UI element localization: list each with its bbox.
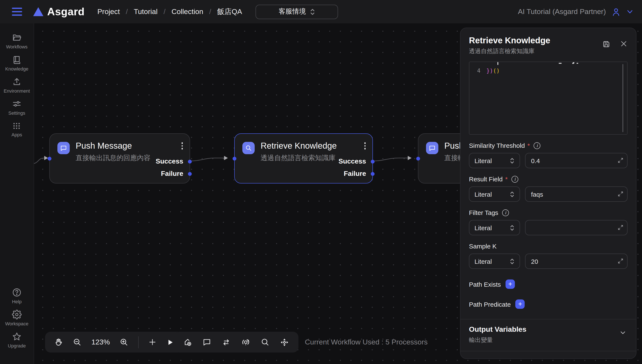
- add-path-predicate-button[interactable]: +: [515, 300, 525, 309]
- mode-select-value: Literal: [474, 224, 492, 231]
- required-asterisk: *: [505, 176, 508, 183]
- mode-select[interactable]: Literal: [469, 254, 520, 269]
- output-label-failure: Failure: [344, 170, 366, 178]
- node-push-message[interactable]: Push Message 直接輸出訊息的回應內容 Success Failure: [49, 133, 190, 184]
- filter-tags-input[interactable]: [525, 220, 627, 235]
- info-icon[interactable]: i: [511, 176, 518, 182]
- breadcrumb-separator: /: [163, 8, 165, 16]
- sample-k-input[interactable]: [525, 254, 627, 269]
- search-icon: [242, 142, 255, 154]
- zoom-level: 123%: [91, 338, 110, 346]
- output-port-success[interactable]: [371, 160, 375, 163]
- search-icon[interactable]: [261, 338, 269, 346]
- comment-bubble-icon[interactable]: [202, 338, 211, 346]
- chat-bubble-icon: [426, 142, 438, 154]
- expand-icon[interactable]: [617, 258, 624, 264]
- help-icon: [12, 288, 22, 297]
- node-subtitle: 透過自然語言檢索知識庫: [261, 154, 337, 163]
- workflow-usage-status: Current Workflow Used : 5 Processors: [305, 338, 428, 346]
- mode-select-value: Literal: [474, 157, 492, 164]
- mode-select[interactable]: Literal: [469, 186, 520, 202]
- zoom-out-icon[interactable]: [73, 338, 82, 346]
- breadcrumb-separator: /: [209, 8, 211, 16]
- edge-push-to-retrieve: [190, 158, 224, 161]
- chevron-down-icon[interactable]: [626, 8, 633, 15]
- sidebar-item-environment[interactable]: Environment: [4, 77, 30, 94]
- add-icon[interactable]: [149, 338, 157, 346]
- code-line-4: 4 })(): [469, 67, 627, 75]
- left-sidebar: Workflows Knowledge Environment Settings: [0, 23, 34, 364]
- star-icon: [12, 332, 22, 342]
- field-label: Result Field: [469, 176, 503, 183]
- fit-view-move-icon[interactable]: [280, 338, 289, 347]
- run-play-icon[interactable]: [166, 338, 174, 346]
- mode-select[interactable]: Literal: [469, 220, 520, 235]
- sidebar-item-workflows[interactable]: Workflows: [6, 33, 28, 49]
- edge-into-push-message: [34, 158, 44, 164]
- sidebar-item-upgrade[interactable]: Upgrade: [8, 332, 26, 348]
- toolbar-divider: [138, 336, 139, 348]
- output-variables-section[interactable]: Output Variables 輸出變量: [469, 320, 627, 345]
- swap-arrows-icon[interactable]: [221, 338, 231, 347]
- node-menu-kebab-icon[interactable]: [181, 142, 183, 149]
- zoom-in-icon[interactable]: [120, 338, 129, 346]
- triangle-logo-icon: [33, 7, 43, 16]
- node-header: Push Message 直接輸出訊息的回應內容: [57, 141, 151, 163]
- field-result-field: Result Field * i Literal: [469, 176, 627, 202]
- close-icon[interactable]: [620, 40, 627, 48]
- expand-icon[interactable]: [617, 224, 624, 231]
- upload-icon: [12, 77, 22, 87]
- expand-icon[interactable]: [617, 191, 624, 197]
- input-port[interactable]: [416, 156, 420, 160]
- node-menu-kebab-icon[interactable]: [364, 142, 366, 149]
- pan-hand-icon[interactable]: [54, 338, 63, 346]
- result-field-input[interactable]: [525, 186, 627, 202]
- sidebar-item-help[interactable]: Help: [12, 288, 22, 304]
- input-port[interactable]: [48, 156, 52, 160]
- info-icon[interactable]: i: [534, 142, 541, 149]
- expand-icon[interactable]: [617, 157, 624, 164]
- zoom-toolbar: 123%: [45, 332, 183, 352]
- node-retrieve-knowledge[interactable]: Retrieve Knowledge 透過自然語言檢索知識庫 Success F…: [234, 133, 373, 184]
- user-icon[interactable]: [611, 6, 621, 17]
- output-port-success[interactable]: [188, 160, 192, 163]
- code-editor[interactable]: 4 })(): [469, 62, 627, 135]
- code-scrollbar[interactable]: [622, 64, 623, 132]
- sidebar-label: Help: [12, 299, 22, 304]
- breadcrumb-project[interactable]: Project: [97, 8, 120, 16]
- sidebar-item-knowledge[interactable]: Knowledge: [5, 55, 29, 71]
- output-label-success: Success: [339, 158, 366, 165]
- info-icon[interactable]: i: [502, 209, 509, 216]
- output-port-failure[interactable]: [188, 172, 192, 176]
- breadcrumb-current: 飯店QA: [217, 7, 242, 16]
- brand-name: Asgard: [47, 6, 85, 18]
- breadcrumb-collection[interactable]: Collection: [172, 8, 203, 16]
- idea-refresh-icon[interactable]: [241, 338, 250, 347]
- app-root: Asgard Project / Tutorial / Collection /…: [0, 0, 642, 364]
- sidebar-item-settings[interactable]: Settings: [8, 99, 25, 116]
- save-icon[interactable]: [602, 40, 610, 48]
- sidebar-label: Settings: [8, 110, 25, 116]
- account-area[interactable]: AI Tutorial (Asgard Partner): [518, 6, 633, 17]
- chevron-down-icon[interactable]: [619, 329, 627, 336]
- panel-subtitle: 透過自然語言檢索知識庫: [469, 48, 627, 55]
- output-port-failure[interactable]: [371, 172, 375, 176]
- breadcrumb-tutorial[interactable]: Tutorial: [134, 8, 158, 16]
- field-sample-k: Sample K Literal: [469, 242, 627, 269]
- select-updown-icon: [310, 8, 315, 15]
- top-header: Asgard Project / Tutorial / Collection /…: [0, 0, 642, 23]
- edge-retrieve-to-push2: [373, 158, 408, 161]
- sidebar-item-workspace[interactable]: Workspace: [5, 310, 29, 326]
- edge-arrowhead-icon: [224, 156, 228, 160]
- account-label: AI Tutorial (Asgard Partner): [518, 8, 606, 16]
- environment-select[interactable]: 客服情境: [256, 4, 338, 19]
- sidebar-item-apps[interactable]: Apps: [12, 121, 22, 137]
- mode-select[interactable]: Literal: [469, 153, 520, 168]
- hamburger-menu-icon[interactable]: [12, 8, 22, 16]
- similarity-threshold-input[interactable]: [525, 153, 627, 168]
- input-port[interactable]: [233, 156, 236, 160]
- sidebar-label: Workflows: [6, 44, 28, 49]
- add-path-exists-button[interactable]: +: [506, 280, 515, 289]
- add-node-icon[interactable]: [183, 338, 192, 346]
- edge-arrowhead-icon: [408, 156, 412, 160]
